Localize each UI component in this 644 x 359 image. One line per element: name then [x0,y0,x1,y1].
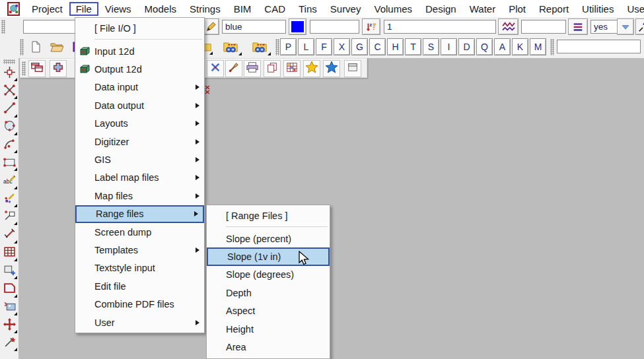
output-macro-button[interactable] [247,38,272,57]
add-view-button[interactable] [50,60,67,77]
file-menu-item-label-map-files[interactable]: Label map files [75,169,204,187]
menubar-item-bim[interactable]: BIM [227,2,258,16]
window-button[interactable] [344,60,361,77]
letter-button-k[interactable]: K [512,38,528,55]
input-macro-button[interactable] [218,38,243,57]
favourites-button[interactable] [303,60,320,77]
file-menu-item-output-12d[interactable]: Output 12d [75,60,204,78]
letter-button-i[interactable]: I [441,38,457,55]
polygon-tool-button[interactable] [1,281,18,298]
menubar-item-volumes[interactable]: Volumes [367,2,419,16]
linestyle-input[interactable] [521,20,566,34]
toolbar-grip[interactable] [275,39,279,55]
file-menu-item-range-files[interactable]: Range files [75,205,204,223]
delete-button[interactable] [207,60,224,77]
menubar-item-plot[interactable]: Plot [502,2,532,16]
measure-tool-button[interactable] [1,227,18,244]
paste-symbol-tool-button[interactable] [1,209,18,226]
letter-button-l[interactable]: L [298,38,314,55]
shared-favourites-button[interactable] [323,60,340,77]
file-menu-item-edit-file[interactable]: Edit file [75,277,204,295]
linestyle-button[interactable] [568,18,588,35]
menubar-item-cad[interactable]: CAD [258,2,292,16]
menubar-item-report[interactable]: Report [532,2,575,16]
print-button[interactable] [244,60,261,77]
file-menu-item-input-12d[interactable]: Input 12d [75,42,204,60]
copy-button[interactable] [264,60,281,77]
new-file-button[interactable] [26,38,45,56]
open-file-button[interactable] [48,38,66,56]
colour-swatch-button[interactable] [289,18,306,35]
menubar-item-utilities[interactable]: Utilities [575,2,620,16]
menubar-item-file[interactable]: File [69,2,98,16]
duplicate-tool-button[interactable] [1,263,18,280]
letter-button-x[interactable]: X [334,38,350,55]
toolbar-grip[interactable] [550,39,554,55]
file-menu-item-digitizer[interactable]: Digitizer [75,133,204,150]
colour-input[interactable] [222,20,286,34]
grid-tool-button[interactable] [1,245,18,262]
letter-button-g[interactable]: G [351,38,368,55]
12d-model-app-icon[interactable] [7,2,20,16]
letter-button-p[interactable]: P [280,38,297,55]
symbol-pencil-tool-button[interactable] [1,191,18,208]
range-submenu-item-aspect[interactable]: Aspect [207,302,330,320]
letter-button-s[interactable]: S [423,38,439,55]
point-tool-button[interactable] [1,65,18,82]
text-tool-button[interactable]: abc [1,173,18,190]
range-submenu-item-slope-degrees[interactable]: Slope (degrees) [207,266,330,284]
eyedropper-button[interactable] [635,18,644,35]
tin-levels-button[interactable] [498,18,519,35]
toolbar-grip[interactable] [20,39,24,55]
letter-button-f[interactable]: F [316,38,332,55]
move-tool-button[interactable] [1,317,18,334]
file-menu-item-user[interactable]: User [75,313,204,331]
file-menu-item-map-files[interactable]: Map files [75,187,204,205]
file-menu-item-combine-pdf-files[interactable]: Combine PDF files [75,295,204,313]
range-submenu-item-height[interactable]: Height [207,320,330,338]
range-submenu-item-area[interactable]: Area [207,338,330,356]
arc-tool-button[interactable] [1,137,18,154]
image-tool-button[interactable] [1,299,18,316]
file-menu-item-gis[interactable]: GIS [75,150,204,168]
translate-tool-button[interactable] [1,335,18,352]
letter-button-m[interactable]: M [530,38,546,55]
menubar-item-models[interactable]: Models [138,2,183,16]
menubar-item-design[interactable]: Design [419,2,463,16]
range-submenu-item-slope-percent[interactable]: Slope (percent) [207,230,330,247]
search-input[interactable] [557,40,641,53]
menubar-item-tins[interactable]: Tins [292,2,324,16]
cross-points-tool-button[interactable] [1,82,18,100]
toolbar-grip[interactable] [22,61,26,76]
file-menu-item-data-output[interactable]: Data output [75,96,204,114]
menubar-item-strings[interactable]: Strings [183,2,227,16]
line-tool-button[interactable] [1,101,18,118]
sort-z-button[interactable]: z [362,18,380,35]
circle-tool-button[interactable] [1,119,18,136]
weight-input[interactable] [384,20,496,34]
letter-button-t[interactable]: T [405,38,421,55]
range-submenu-item-slope-1v-in[interactable]: Slope (1v in) [207,247,330,265]
file-menu-item-layouts[interactable]: Layouts [75,115,204,133]
menubar-item-user[interactable]: User [620,2,644,16]
visible-dropdown-button[interactable] [617,18,634,35]
sidebar-grip[interactable] [3,59,15,64]
letter-button-c[interactable]: C [369,38,386,55]
rectangle-tool-button[interactable] [1,154,18,172]
menubar-item-survey[interactable]: Survey [324,2,368,16]
letter-button-h[interactable]: H [387,38,404,55]
file-menu-item-templates[interactable]: Templates [75,241,204,259]
file-menu-item-screen-dump[interactable]: Screen dump [75,223,204,241]
sheet-button[interactable] [283,60,301,77]
brush-button[interactable] [225,60,242,77]
range-submenu-item-depth[interactable]: Depth [207,284,330,302]
letter-button-a[interactable]: A [494,38,511,55]
menubar-item-views[interactable]: Views [98,2,138,16]
toolbar-grip[interactable] [1,20,5,34]
letter-button-d[interactable]: D [458,38,475,55]
views-button[interactable] [28,60,46,77]
menubar-item-water[interactable]: Water [463,2,502,16]
letter-button-q[interactable]: Q [476,38,493,55]
file-menu-item-textstyle-input[interactable]: Textstyle input [75,259,204,277]
style-input[interactable] [310,20,359,34]
